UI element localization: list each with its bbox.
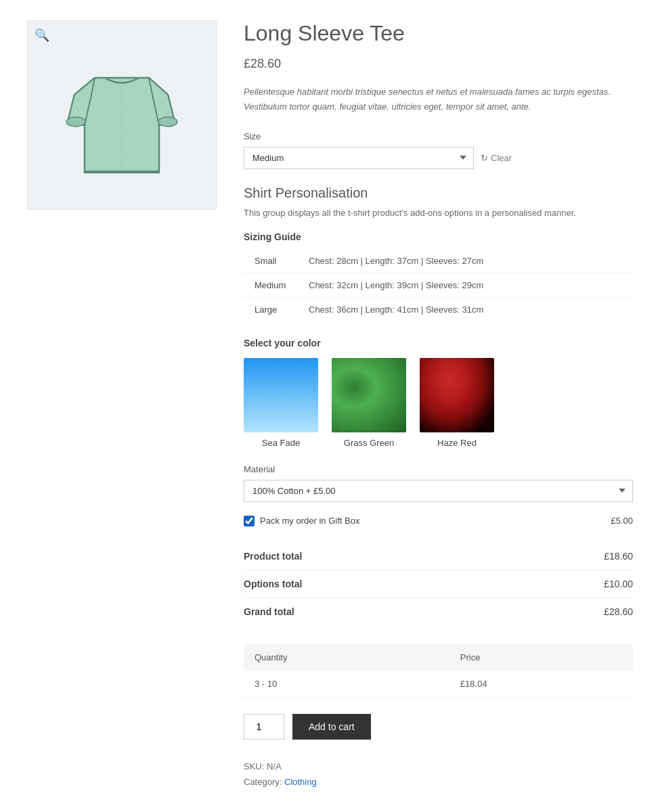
pricing-table-row: 3 - 10 £18.04: [244, 671, 633, 698]
pricing-table: Quantity Price 3 - 10 £18.04: [244, 644, 633, 698]
haze-red-swatch: [420, 358, 494, 432]
product-image-container: 🔍: [27, 20, 217, 210]
material-section: Material 100% Cotton + £5.00 Polyester +…: [244, 464, 633, 502]
color-label: Select your color: [244, 338, 633, 348]
add-to-cart-button[interactable]: Add to cart: [292, 714, 371, 740]
totals-section: Product total £18.60 Options total £10.0…: [244, 543, 633, 625]
size-select[interactable]: Small Medium Large: [244, 147, 474, 169]
sizing-guide: Sizing Guide Small Chest: 28cm | Length:…: [244, 231, 633, 321]
size-row: Small Medium Large ↻ Clear: [244, 147, 633, 169]
clear-size-button[interactable]: ↻ Clear: [481, 153, 512, 163]
size-name-cell: Medium: [244, 273, 298, 297]
category-label: Category:: [244, 777, 282, 787]
grass-green-label: Grass Green: [344, 438, 394, 448]
size-name-cell: Small: [244, 249, 298, 273]
gift-box-left: Pack my order in Gift Box: [244, 516, 359, 526]
grass-green-swatch: [332, 358, 406, 432]
grand-total-row: Grand total £28.60: [244, 598, 633, 625]
color-option-sea-fade[interactable]: Sea Fade: [244, 358, 318, 448]
pricing-quantity-cell: 3 - 10: [244, 671, 449, 698]
sizing-table: Small Chest: 28cm | Length: 37cm | Sleev…: [244, 249, 633, 321]
gift-box-row: Pack my order in Gift Box £5.00: [244, 516, 633, 526]
personalisation-description: This group displays all the t-shirt prod…: [244, 208, 633, 218]
pricing-col-price: Price: [449, 644, 633, 671]
material-label: Material: [244, 464, 633, 474]
table-row: Medium Chest: 32cm | Length: 39cm | Slee…: [244, 273, 633, 297]
size-details-cell: Chest: 28cm | Length: 37cm | Sleeves: 27…: [298, 249, 633, 273]
svg-point-1: [66, 117, 85, 127]
gift-box-price: £5.00: [611, 516, 633, 526]
zoom-icon[interactable]: 🔍: [35, 28, 49, 43]
sea-fade-swatch: [244, 358, 318, 432]
quantity-input[interactable]: [244, 714, 284, 740]
svg-point-2: [158, 117, 177, 127]
size-name-cell: Large: [244, 297, 298, 321]
size-section: Size Small Medium Large ↻ Clear: [244, 131, 633, 169]
add-to-cart-row: Add to cart: [244, 714, 633, 740]
material-select[interactable]: 100% Cotton + £5.00 Polyester + £3.00: [244, 480, 633, 502]
size-details-cell: Chest: 32cm | Length: 39cm | Sleeves: 29…: [298, 273, 633, 297]
personalisation-heading: Shirt Personalisation: [244, 185, 633, 201]
product-title: Long Sleeve Tee: [244, 20, 633, 46]
sku-value: N/A: [267, 761, 282, 771]
haze-red-label: Haze Red: [437, 438, 477, 448]
product-image-column: 🔍: [27, 20, 217, 210]
product-total-label: Product total: [244, 551, 302, 562]
gift-box-checkbox[interactable]: [244, 516, 255, 526]
clear-label: Clear: [491, 153, 512, 163]
product-description: Pellentesque habitant morbi tristique se…: [244, 85, 633, 114]
table-row: Small Chest: 28cm | Length: 37cm | Sleev…: [244, 249, 633, 273]
pricing-price-cell: £18.04: [449, 671, 633, 698]
gift-box-label: Pack my order in Gift Box: [260, 516, 359, 526]
grand-total-value: £28.60: [604, 606, 633, 617]
product-image-svg: [54, 41, 190, 189]
sku-category: SKU: N/A Category: Clothing: [244, 759, 633, 790]
product-total-row: Product total £18.60: [244, 543, 633, 570]
category-link[interactable]: Clothing: [284, 777, 317, 787]
pricing-col-quantity: Quantity: [244, 644, 449, 671]
options-total-row: Options total £10.00: [244, 570, 633, 598]
product-price: £28.60: [244, 57, 633, 71]
color-options: Sea Fade Grass Green Haze Red: [244, 358, 633, 448]
color-option-grass-green[interactable]: Grass Green: [332, 358, 406, 448]
table-row: Large Chest: 36cm | Length: 41cm | Sleev…: [244, 297, 633, 321]
sku-label: SKU:: [244, 761, 264, 771]
personalisation-section: Shirt Personalisation This group display…: [244, 185, 633, 321]
product-total-value: £18.60: [604, 551, 633, 562]
product-details-column: Long Sleeve Tee £28.60 Pellentesque habi…: [244, 20, 633, 790]
size-details-cell: Chest: 36cm | Length: 41cm | Sleeves: 31…: [298, 297, 633, 321]
color-option-haze-red[interactable]: Haze Red: [420, 358, 494, 448]
sizing-guide-title: Sizing Guide: [244, 231, 633, 242]
refresh-icon: ↻: [481, 153, 488, 163]
sea-fade-label: Sea Fade: [262, 438, 300, 448]
options-total-value: £10.00: [604, 579, 633, 589]
options-total-label: Options total: [244, 579, 302, 589]
size-label: Size: [244, 131, 633, 141]
grand-total-label: Grand total: [244, 606, 294, 617]
color-section: Select your color Sea Fade Grass Green: [244, 338, 633, 448]
